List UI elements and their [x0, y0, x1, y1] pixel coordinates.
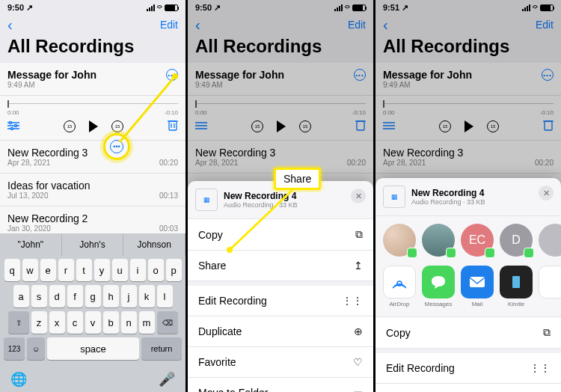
recording-name: Message for John: [7, 69, 178, 81]
folder-icon: ▭: [353, 387, 363, 392]
battery-icon: [165, 4, 178, 11]
skip-back-button[interactable]: 15: [64, 120, 76, 132]
action-sheet: ▦ New Recording 4Audio Recording · 33 KB…: [188, 181, 373, 392]
app-more[interactable]: [539, 266, 561, 307]
svg-rect-25: [470, 277, 485, 287]
menu-duplicate[interactable]: Duplicate⊕: [188, 316, 373, 347]
sheet-subtitle: Audio Recording · 33 KB: [224, 201, 298, 209]
duplicate-icon: ⊕: [354, 325, 363, 337]
mic-icon[interactable]: 🎤: [159, 371, 175, 388]
contact-avatar[interactable]: [422, 224, 455, 257]
svg-point-3: [10, 122, 12, 124]
list-item[interactable]: Ideas for vacationJul 13, 202000:13: [0, 174, 186, 206]
shift-key: ⇧: [8, 311, 29, 334]
return-key: return: [141, 337, 182, 360]
highlight-share-label: Share: [274, 168, 321, 190]
svg-point-4: [15, 125, 17, 127]
app-kindle[interactable]: Kindle: [500, 266, 533, 307]
contact-avatar[interactable]: D: [500, 224, 533, 257]
suggestion[interactable]: "John": [0, 233, 62, 256]
menu-edit-recording[interactable]: Edit Recording⋮⋮: [375, 353, 561, 384]
suggestion[interactable]: John's: [62, 233, 124, 256]
copy-icon: ⧉: [543, 326, 551, 339]
menu-copy[interactable]: Copy⧉: [375, 317, 561, 349]
app-airdrop[interactable]: AirDrop: [383, 266, 416, 307]
options-icon[interactable]: [7, 120, 19, 133]
suggestion[interactable]: Johnson: [123, 233, 186, 256]
waveform-icon: ⋮⋮: [530, 362, 551, 374]
scrubber[interactable]: [7, 99, 178, 109]
wifi-icon: ⌔: [157, 3, 162, 12]
skip-forward-button[interactable]: 15: [111, 120, 123, 132]
contact-avatar[interactable]: [383, 224, 416, 257]
screenshot-1: 9:50↗ ⌔ ‹ Edit All Recordings Message fo…: [0, 0, 186, 392]
back-button[interactable]: ‹: [7, 16, 13, 34]
close-button[interactable]: ✕: [539, 186, 554, 200]
recording-time: 9:49 AM: [7, 81, 178, 89]
keyboard[interactable]: qwertyuiop asdfghjkl ⇧zxcvbnm⌫ 123☺space…: [0, 256, 186, 392]
location-icon: ↗: [26, 3, 33, 13]
app-messages[interactable]: Messages: [422, 266, 455, 307]
emoji-key: ☺: [27, 337, 45, 360]
share-contacts-row[interactable]: EC D: [375, 216, 561, 260]
numeric-key: 123: [4, 337, 25, 360]
app-mail[interactable]: Mail: [461, 266, 494, 307]
svg-point-5: [11, 128, 13, 130]
delete-key: ⌫: [157, 311, 178, 334]
menu-favorite[interactable]: Favorite♡: [188, 347, 373, 378]
clock: 9:50: [7, 3, 24, 12]
highlight-more-icon: •••: [103, 133, 130, 160]
share-sheet: ▦ New Recording 4Audio Recording · 33 KB…: [375, 178, 561, 392]
svg-rect-26: [512, 276, 520, 288]
sheet-title: New Recording 4: [224, 191, 298, 201]
close-button[interactable]: ✕: [351, 189, 366, 203]
recording-thumb-icon: ▦: [195, 189, 218, 211]
edit-button[interactable]: Edit: [160, 19, 178, 31]
page-title: All Recordings: [0, 34, 186, 63]
copy-icon: ⧉: [355, 228, 363, 241]
remaining-time: -0:10: [165, 109, 178, 116]
list-item[interactable]: New Recording 3Apr 28, 202100:20: [0, 141, 186, 174]
menu-edit-recording[interactable]: Edit Recording⋮⋮: [188, 286, 373, 316]
menu-duplicate[interactable]: Duplicate: [375, 384, 561, 392]
share-apps-row[interactable]: AirDrop Messages Mail Kindle: [375, 260, 561, 317]
menu-share[interactable]: Share↥: [188, 251, 373, 281]
share-icon: ↥: [354, 260, 363, 272]
screenshot-2: 9:50↗ ⌔ ‹Edit All Recordings Message for…: [188, 0, 373, 392]
svg-rect-6: [169, 121, 177, 130]
space-key: space: [47, 337, 139, 360]
play-button[interactable]: [89, 120, 98, 132]
selected-recording[interactable]: Message for John 9:49 AM •••: [0, 63, 186, 96]
menu-copy[interactable]: Copy⧉: [188, 219, 373, 251]
waveform-icon: ⋮⋮: [342, 295, 363, 307]
cell-signal-icon: [147, 4, 155, 11]
delete-button[interactable]: [168, 119, 178, 134]
menu-move-folder[interactable]: Move to Folder▭: [188, 378, 373, 392]
status-bar: 9:50↗ ⌔: [0, 0, 186, 15]
recording-thumb-icon: ▦: [383, 186, 405, 208]
dictation-icon[interactable]: 🌐: [10, 371, 27, 388]
contact-avatar[interactable]: EC: [461, 224, 494, 257]
nav-bar: ‹ Edit: [0, 15, 186, 34]
heart-icon: ♡: [353, 356, 363, 368]
more-options-button[interactable]: •••: [166, 69, 178, 81]
elapsed-time: 0:00: [7, 109, 19, 116]
keyboard-suggestions: "John" John's Johnson: [0, 233, 186, 256]
screenshot-3: 9:51↗ ⌔ ‹Edit All Recordings Message for…: [375, 0, 561, 392]
contact-avatar[interactable]: [539, 224, 561, 257]
player-controls: 0:00-0:10 15 15: [0, 96, 186, 141]
